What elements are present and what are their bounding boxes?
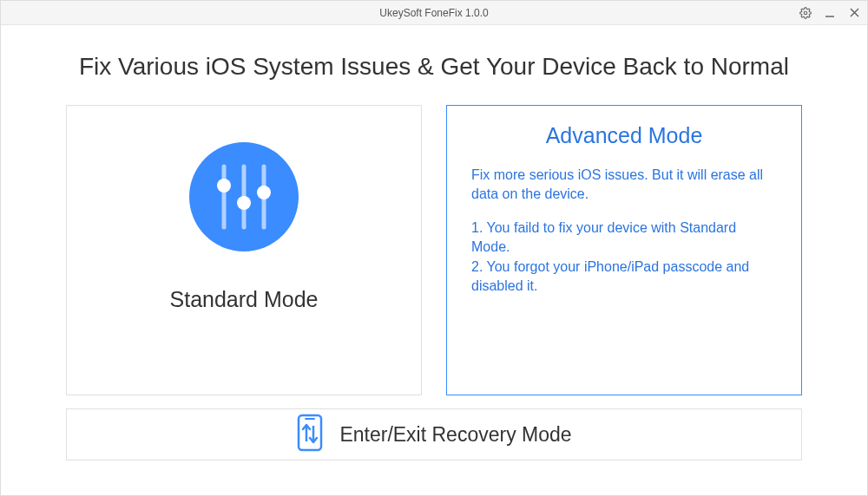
svg-point-0: [804, 11, 807, 15]
recovery-mode-label: Enter/Exit Recovery Mode: [339, 423, 571, 447]
mode-cards: Standard Mode Advanced Mode Fix more ser…: [62, 105, 806, 395]
main-content: Fix Various iOS System Issues & Get Your…: [1, 25, 867, 469]
advanced-mode-points: 1. You faild to fix your device with Sta…: [471, 219, 777, 297]
window-title: UkeySoft FoneFix 1.0.0: [1, 7, 867, 19]
recovery-mode-button[interactable]: Enter/Exit Recovery Mode: [66, 408, 802, 460]
minimize-button[interactable]: [824, 7, 836, 19]
svg-rect-11: [299, 415, 321, 450]
standard-mode-card[interactable]: Standard Mode: [66, 105, 422, 395]
standard-mode-label: Standard Mode: [170, 287, 319, 312]
advanced-mode-point-2: 2. You forgot your iPhone/iPad passcode …: [471, 258, 777, 297]
svg-point-8: [217, 179, 231, 193]
advanced-mode-description: Fix more serious iOS issues. But it will…: [471, 166, 777, 205]
settings-icon[interactable]: [799, 7, 812, 19]
titlebar: UkeySoft FoneFix 1.0.0: [1, 1, 867, 25]
phone-arrows-icon: [296, 414, 324, 455]
advanced-mode-point-1: 1. You faild to fix your device with Sta…: [471, 219, 777, 258]
advanced-mode-title: Advanced Mode: [471, 123, 777, 148]
svg-point-10: [257, 186, 271, 199]
page-title: Fix Various iOS System Issues & Get Your…: [62, 53, 806, 81]
window-controls: [799, 1, 860, 24]
close-button[interactable]: [848, 7, 860, 19]
sliders-icon: [187, 140, 300, 257]
svg-point-9: [237, 196, 251, 210]
advanced-mode-card[interactable]: Advanced Mode Fix more serious iOS issue…: [446, 105, 802, 395]
